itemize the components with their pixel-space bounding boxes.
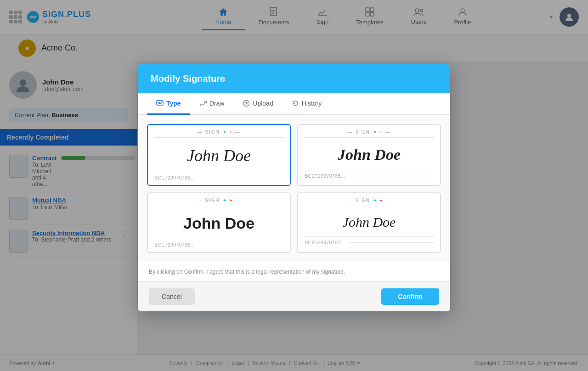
sig-name-1: John Doe [154,141,283,170]
signature-card-4[interactable]: — SIGN ✦ + — John Doe BCE72997076B... [297,192,441,253]
modal-title: Modify Signature [151,73,225,84]
sig-footer-1: BCE72997076B... [154,172,283,180]
modal-legal-text: By clicking on Confirm, I agree that thi… [138,262,450,281]
tab-draw[interactable]: Draw [190,93,234,115]
sig-card-header: — SIGN ✦ + — [305,198,434,206]
svg-point-17 [205,101,207,103]
draw-icon [199,100,207,107]
svg-rect-14 [159,102,160,103]
signature-card-3[interactable]: — SIGN ✦ + — John Doe BCE72997076B... [147,192,291,253]
modal-header: Modify Signature [138,64,450,93]
tab-history[interactable]: History [283,93,331,115]
svg-rect-15 [161,102,162,103]
history-icon [292,100,299,107]
modal-body: — SIGN ✦ + — John Doe BCE72997076B... — … [138,115,450,262]
sig-footer-2: BCE72997076B... [305,170,434,179]
modal-footer: Cancel Confirm [138,281,450,311]
sig-card-header: — SIGN ✦ + — [154,129,283,138]
keyboard-icon [156,100,164,107]
svg-rect-16 [158,103,161,104]
tab-type[interactable]: Type [147,93,190,115]
sig-card-header: — SIGN ✦ + — [305,129,434,138]
modify-signature-modal: Modify Signature Type Draw [138,64,450,311]
modal-tabs: Type Draw Upload History [138,93,450,115]
cancel-button[interactable]: Cancel [149,288,195,305]
upload-icon [243,100,250,107]
signature-grid: — SIGN ✦ + — John Doe BCE72997076B... — … [147,124,441,253]
svg-rect-13 [158,102,158,103]
sig-footer-3: BCE72997076B... [154,239,283,247]
sig-name-2: John Doe [305,141,434,168]
confirm-button[interactable]: Confirm [381,288,439,305]
signature-card-2[interactable]: — SIGN ✦ + — John Doe BCE72997076B... [297,124,441,186]
sig-name-4: John Doe [305,210,434,235]
signature-card-1[interactable]: — SIGN ✦ + — John Doe BCE72997076B... [147,124,291,186]
sig-card-header: — SIGN ✦ + — [154,198,283,206]
sig-name-3: John Doe [154,210,283,237]
sig-footer-4: BCE72997076B... [305,236,434,245]
tab-upload[interactable]: Upload [233,93,282,115]
